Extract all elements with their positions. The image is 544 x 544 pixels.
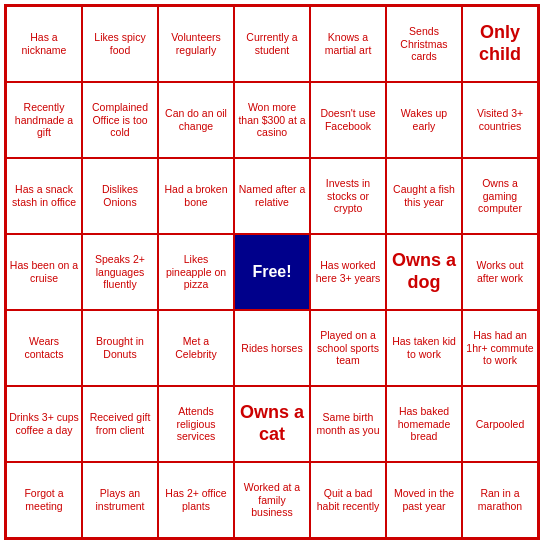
- bingo-cell-46[interactable]: Quit a bad habit recently: [310, 462, 386, 538]
- bingo-cell-0[interactable]: Has a nickname: [6, 6, 82, 82]
- bingo-cell-6[interactable]: Only child: [462, 6, 538, 82]
- bingo-cell-19[interactable]: Caught a fish this year: [386, 158, 462, 234]
- bingo-cell-33[interactable]: Has taken kid to work: [386, 310, 462, 386]
- bingo-cell-21[interactable]: Has been on a cruise: [6, 234, 82, 310]
- bingo-cell-9[interactable]: Can do an oil change: [158, 82, 234, 158]
- bingo-cell-40[interactable]: Has baked homemade bread: [386, 386, 462, 462]
- bingo-cell-39[interactable]: Same birth month as you: [310, 386, 386, 462]
- bingo-cell-12[interactable]: Wakes up early: [386, 82, 462, 158]
- bingo-cell-41[interactable]: Carpooled: [462, 386, 538, 462]
- bingo-cell-20[interactable]: Owns a gaming computer: [462, 158, 538, 234]
- bingo-cell-42[interactable]: Forgot a meeting: [6, 462, 82, 538]
- bingo-cell-43[interactable]: Plays an instrument: [82, 462, 158, 538]
- bingo-cell-32[interactable]: Played on a school sports team: [310, 310, 386, 386]
- bingo-cell-48[interactable]: Ran in a marathon: [462, 462, 538, 538]
- bingo-cell-37[interactable]: Attends religious services: [158, 386, 234, 462]
- bingo-cell-36[interactable]: Received gift from client: [82, 386, 158, 462]
- bingo-cell-7[interactable]: Recently handmade a gift: [6, 82, 82, 158]
- bingo-cell-2[interactable]: Volunteers regularly: [158, 6, 234, 82]
- bingo-cell-47[interactable]: Moved in the past year: [386, 462, 462, 538]
- bingo-cell-17[interactable]: Named after a relative: [234, 158, 310, 234]
- bingo-cell-11[interactable]: Doesn't use Facebook: [310, 82, 386, 158]
- bingo-cell-1[interactable]: Likes spicy food: [82, 6, 158, 82]
- bingo-cell-15[interactable]: Dislikes Onions: [82, 158, 158, 234]
- bingo-cell-4[interactable]: Knows a martial art: [310, 6, 386, 82]
- bingo-cell-18[interactable]: Invests in stocks or crypto: [310, 158, 386, 234]
- bingo-cell-29[interactable]: Brought in Donuts: [82, 310, 158, 386]
- bingo-cell-22[interactable]: Speaks 2+ languages fluently: [82, 234, 158, 310]
- bingo-cell-34[interactable]: Has had an 1hr+ commute to work: [462, 310, 538, 386]
- bingo-cell-44[interactable]: Has 2+ office plants: [158, 462, 234, 538]
- bingo-cell-24[interactable]: Free!: [234, 234, 310, 310]
- bingo-cell-27[interactable]: Works out after work: [462, 234, 538, 310]
- bingo-board: Has a nicknameLikes spicy foodVolunteers…: [4, 4, 540, 540]
- bingo-cell-3[interactable]: Currently a student: [234, 6, 310, 82]
- bingo-cell-25[interactable]: Has worked here 3+ years: [310, 234, 386, 310]
- bingo-cell-23[interactable]: Likes pineapple on pizza: [158, 234, 234, 310]
- bingo-cell-45[interactable]: Worked at a family business: [234, 462, 310, 538]
- bingo-cell-38[interactable]: Owns a cat: [234, 386, 310, 462]
- bingo-cell-13[interactable]: Visited 3+ countries: [462, 82, 538, 158]
- bingo-cell-5[interactable]: Sends Christmas cards: [386, 6, 462, 82]
- bingo-cell-10[interactable]: Won more than $300 at a casino: [234, 82, 310, 158]
- bingo-cell-31[interactable]: Rides horses: [234, 310, 310, 386]
- bingo-cell-26[interactable]: Owns a dog: [386, 234, 462, 310]
- bingo-cell-16[interactable]: Had a broken bone: [158, 158, 234, 234]
- bingo-cell-28[interactable]: Wears contacts: [6, 310, 82, 386]
- bingo-cell-14[interactable]: Has a snack stash in office: [6, 158, 82, 234]
- bingo-cell-30[interactable]: Met a Celebrity: [158, 310, 234, 386]
- bingo-cell-35[interactable]: Drinks 3+ cups coffee a day: [6, 386, 82, 462]
- bingo-cell-8[interactable]: Complained Office is too cold: [82, 82, 158, 158]
